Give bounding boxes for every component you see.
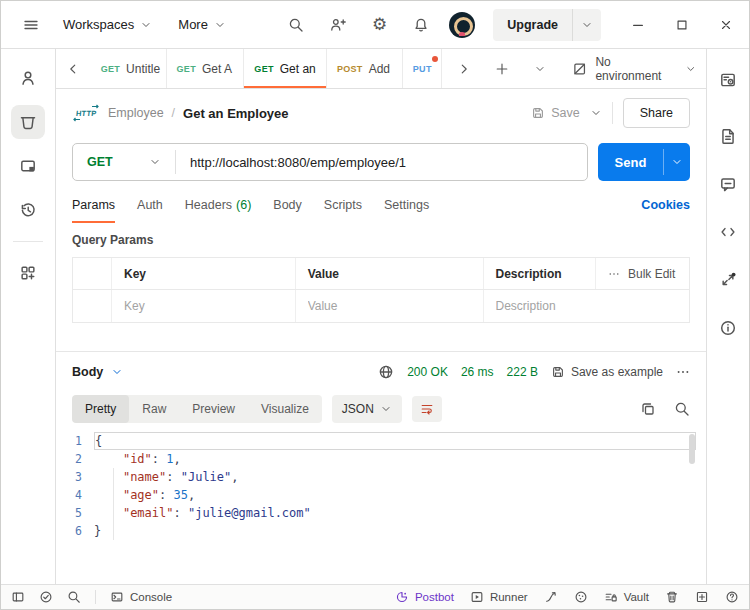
notifications-bell-icon[interactable] bbox=[407, 11, 435, 39]
auto-select-agent-icon[interactable] bbox=[544, 590, 558, 604]
response-header: Body 200 OK 26 ms 222 B Save as example bbox=[56, 352, 706, 392]
left-sidebar bbox=[1, 49, 56, 584]
tab-post-add[interactable]: POST Add bbox=[327, 49, 403, 88]
view-visualize[interactable]: Visualize bbox=[248, 395, 322, 423]
save-as-example-button[interactable]: Save as example bbox=[551, 365, 663, 379]
copy-icon[interactable] bbox=[640, 401, 656, 417]
help-icon[interactable] bbox=[725, 590, 739, 604]
network-globe-icon[interactable] bbox=[378, 364, 394, 380]
breadcrumb-request-name[interactable]: Get an Employee bbox=[183, 106, 288, 121]
tab-put[interactable]: PUT bbox=[403, 49, 442, 88]
save-button[interactable]: Save bbox=[531, 106, 580, 120]
environment-quicklook-icon[interactable] bbox=[711, 63, 745, 97]
upgrade-chevron-down-icon[interactable] bbox=[573, 19, 601, 31]
response-more-options-icon[interactable] bbox=[676, 365, 690, 379]
search-icon[interactable] bbox=[282, 11, 310, 39]
response-size[interactable]: 222 B bbox=[507, 365, 538, 379]
tab-untitled-request[interactable]: GET Untitle bbox=[91, 49, 167, 88]
code-snippet-icon[interactable] bbox=[711, 215, 745, 249]
param-value-input[interactable] bbox=[308, 299, 471, 313]
request-actions: Save Share bbox=[531, 98, 690, 128]
response-body-dropdown[interactable]: Body bbox=[72, 365, 123, 379]
workspaces-menu[interactable]: Workspaces bbox=[55, 11, 160, 38]
add-element-icon[interactable] bbox=[11, 256, 45, 290]
http-request-icon: HTTP bbox=[72, 103, 100, 123]
format-dropdown[interactable]: JSON bbox=[332, 395, 402, 423]
maximize-icon[interactable] bbox=[675, 18, 689, 32]
url-input[interactable] bbox=[176, 155, 587, 170]
editor-scrollbar[interactable] bbox=[689, 434, 695, 464]
row-checkbox-cell[interactable] bbox=[73, 290, 111, 322]
tab-auth[interactable]: Auth bbox=[137, 187, 163, 223]
runner-icon bbox=[470, 590, 484, 604]
response-time[interactable]: 26 ms bbox=[461, 365, 494, 379]
tab-settings[interactable]: Settings bbox=[384, 187, 429, 223]
response-meta: 200 OK 26 ms 222 B Save as example bbox=[378, 364, 690, 380]
profile-icon[interactable] bbox=[11, 61, 45, 95]
view-preview[interactable]: Preview bbox=[179, 395, 248, 423]
sync-status-icon[interactable] bbox=[39, 590, 53, 604]
param-description-input[interactable] bbox=[496, 299, 583, 313]
send-options-chevron-icon[interactable] bbox=[664, 143, 690, 181]
find-icon[interactable] bbox=[67, 590, 81, 604]
runner-button[interactable]: Runner bbox=[470, 590, 528, 604]
search-response-icon[interactable] bbox=[674, 401, 690, 417]
user-avatar[interactable] bbox=[449, 12, 475, 38]
close-icon[interactable] bbox=[719, 18, 733, 32]
method-dropdown[interactable]: GET bbox=[73, 155, 175, 169]
vault-button[interactable]: Vault bbox=[604, 590, 649, 604]
history-icon[interactable] bbox=[11, 193, 45, 227]
postbot-label: Postbot bbox=[415, 591, 454, 603]
status-badge[interactable]: 200 OK bbox=[407, 365, 448, 379]
upgrade-button[interactable]: Upgrade bbox=[493, 18, 572, 32]
chevron-down-icon bbox=[149, 156, 161, 168]
select-all-cell[interactable] bbox=[73, 258, 111, 289]
hamburger-menu-icon[interactable] bbox=[17, 11, 45, 39]
postbot-icon bbox=[395, 590, 409, 604]
titlebar: Workspaces More ⚙ Upgrade bbox=[1, 1, 749, 49]
save-options-chevron-icon[interactable] bbox=[590, 107, 602, 119]
view-pretty[interactable]: Pretty bbox=[72, 395, 129, 423]
collections-icon[interactable] bbox=[11, 105, 45, 139]
tabs-scroll-left-icon[interactable] bbox=[56, 49, 91, 88]
invite-user-icon[interactable] bbox=[324, 11, 352, 39]
chevron-down-icon bbox=[214, 19, 226, 31]
share-button[interactable]: Share bbox=[623, 98, 690, 128]
settings-gear-icon[interactable]: ⚙ bbox=[366, 10, 393, 39]
param-key-input[interactable] bbox=[124, 299, 283, 313]
tab-scripts[interactable]: Scripts bbox=[324, 187, 362, 223]
bulk-edit-button[interactable]: Bulk Edit bbox=[595, 258, 689, 289]
tabs-scroll-right-icon[interactable] bbox=[446, 62, 482, 76]
tabstrip-tools bbox=[442, 49, 562, 88]
info-icon[interactable] bbox=[711, 311, 745, 345]
cookies-link[interactable]: Cookies bbox=[641, 198, 690, 212]
more-menu[interactable]: More bbox=[170, 11, 234, 38]
split-pane-icon[interactable] bbox=[695, 590, 709, 604]
tab-params[interactable]: Params bbox=[72, 187, 115, 223]
send-button[interactable]: Send bbox=[598, 143, 663, 181]
documentation-icon[interactable] bbox=[711, 119, 745, 153]
tab-get-a[interactable]: GET Get A bbox=[167, 49, 245, 88]
tab-options-chevron-icon[interactable] bbox=[522, 63, 558, 75]
tab-body[interactable]: Body bbox=[273, 187, 302, 223]
bulk-edit-label: Bulk Edit bbox=[628, 267, 675, 281]
comments-icon[interactable] bbox=[711, 167, 745, 201]
response-body-editor[interactable]: 1 { 2 "id": 1, 3 "name": "Julie", 4 "age bbox=[56, 426, 706, 584]
chevron-down-icon bbox=[685, 63, 696, 75]
tab-headers[interactable]: Headers (6) bbox=[185, 187, 252, 223]
trash-icon[interactable] bbox=[665, 590, 679, 604]
toggle-sidebar-icon[interactable] bbox=[11, 590, 25, 604]
environment-selector[interactable]: No environment bbox=[562, 49, 706, 88]
console-button[interactable]: Console bbox=[110, 590, 172, 604]
window-controls bbox=[631, 18, 733, 32]
new-tab-plus-icon[interactable] bbox=[484, 62, 520, 76]
postbot-button[interactable]: Postbot bbox=[395, 590, 454, 604]
view-raw[interactable]: Raw bbox=[129, 395, 179, 423]
environments-icon[interactable] bbox=[11, 149, 45, 183]
minimize-icon[interactable] bbox=[631, 18, 645, 32]
wrap-line-toggle[interactable] bbox=[412, 396, 442, 422]
tab-get-an-employee[interactable]: GET Get an bbox=[244, 49, 327, 88]
cookies-icon[interactable] bbox=[574, 590, 588, 604]
breadcrumb-collection[interactable]: Employee bbox=[108, 106, 164, 120]
related-requests-icon[interactable] bbox=[711, 263, 745, 297]
